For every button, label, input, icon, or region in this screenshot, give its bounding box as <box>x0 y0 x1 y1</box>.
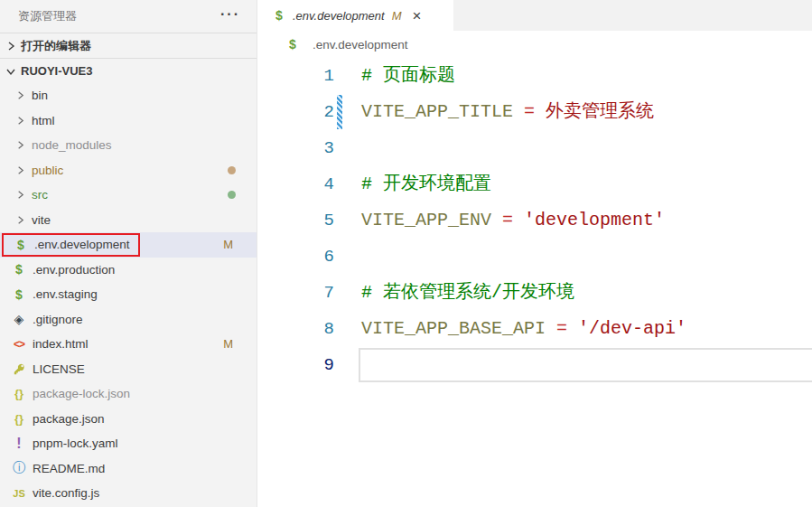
chevron-right-icon <box>13 140 27 150</box>
token-str: '/dev-api' <box>578 318 686 339</box>
tree-item-vite[interactable]: vite <box>0 208 257 233</box>
more-actions-icon[interactable]: ··· <box>220 4 240 25</box>
tree-item-public[interactable]: public <box>0 158 257 183</box>
line-number: 8 <box>257 311 334 347</box>
tree-item-README.md[interactable]: ⓘREADME.md <box>0 456 257 482</box>
file-tree: binhtmlnode_modulespublicsrcvite$.env.de… <box>0 83 257 506</box>
explorer-sidebar: 资源管理器 ··· 打开的编辑器 RUOYI-VUE3 binhtmlnode_… <box>0 0 257 507</box>
file-name-label: .env.production <box>33 263 115 277</box>
tree-item-package.json[interactable]: {}package.json <box>0 407 257 432</box>
chevron-right-icon <box>13 116 27 126</box>
token-op: = <box>491 210 524 230</box>
code-line-9[interactable]: 9 <box>257 347 812 383</box>
tab-bar: $ .env.development M × <box>257 0 812 31</box>
project-root-section-header[interactable]: RUOYI-VUE3 <box>0 58 257 83</box>
folder-name-label: public <box>32 164 63 177</box>
key-icon <box>11 363 27 375</box>
line-number: 9 <box>257 347 334 383</box>
token-op: = <box>513 101 546 122</box>
token-comment: # 页面标题 <box>361 65 455 86</box>
folder-name-label: src <box>32 188 48 202</box>
modified-line-gutter-marker <box>337 95 342 129</box>
tab-label: .env.development <box>293 9 385 23</box>
line-number: 3 <box>257 130 334 166</box>
breadcrumb-item-filename[interactable]: .env.development <box>313 38 408 52</box>
tree-item-LICENSE[interactable]: LICENSE <box>0 357 257 382</box>
vscode-window: 资源管理器 ··· 打开的编辑器 RUOYI-VUE3 binhtmlnode_… <box>0 0 812 507</box>
close-icon[interactable]: × <box>413 8 422 23</box>
project-root-label: RUOYI-VUE3 <box>21 64 92 78</box>
open-editors-section-header[interactable]: 打开的编辑器 <box>0 33 257 58</box>
added-dot-badge <box>228 191 236 199</box>
red-annotation-box: $.env.development <box>2 233 140 257</box>
token-op: = <box>546 318 578 339</box>
code-text: # 若依管理系统/开发环境 <box>361 275 574 311</box>
dollar-icon: $ <box>271 8 287 23</box>
line-number: 4 <box>257 166 334 202</box>
chevron-right-icon <box>13 190 27 200</box>
dollar-icon: $ <box>11 287 27 302</box>
tree-item-.env.production[interactable]: $.env.production <box>0 258 257 283</box>
current-line-highlight <box>359 348 812 382</box>
folder-name-label: html <box>32 114 55 127</box>
file-name-label: package.json <box>33 412 105 426</box>
line-number: 1 <box>257 58 334 94</box>
dollar-icon: $ <box>13 238 29 252</box>
exclaim-icon: ! <box>11 436 27 452</box>
html-icon: <> <box>11 338 27 351</box>
tree-item-node_modules[interactable]: node_modules <box>0 133 257 158</box>
tree-item-.gitignore[interactable]: ◈.gitignore <box>0 307 257 333</box>
chevron-down-icon <box>5 66 17 77</box>
tree-item-package-lock.json[interactable]: {}package-lock.json <box>0 381 257 407</box>
token-key: VITE_APP_TITLE <box>361 101 513 122</box>
tree-item-.env.staging[interactable]: $.env.staging <box>0 282 257 307</box>
tree-item-pnpm-lock.yaml[interactable]: !pnpm-lock.yaml <box>0 431 257 456</box>
braces-icon: {} <box>11 412 27 426</box>
code-line-5[interactable]: 5VITE_APP_ENV = 'development' <box>257 202 812 239</box>
chevron-right-icon <box>13 90 27 100</box>
code-line-4[interactable]: 4# 开发环境配置 <box>257 166 812 202</box>
chevron-right-icon <box>5 41 17 52</box>
code-text: # 开发环境配置 <box>361 166 491 202</box>
tree-item-index.html[interactable]: <>index.htmlM <box>0 332 257 357</box>
editor-pane: $ .env.development M × $ .env.developmen… <box>257 0 812 507</box>
tree-item-html[interactable]: html <box>0 108 257 134</box>
code-text: VITE_APP_BASE_API = '/dev-api' <box>361 311 686 347</box>
tree-item-bin[interactable]: bin <box>0 83 257 108</box>
code-text: # 页面标题 <box>361 58 455 94</box>
code-area[interactable]: 1# 页面标题2VITE_APP_TITLE = 外卖管理系统34# 开发环境配… <box>257 58 812 383</box>
explorer-header: 资源管理器 ··· <box>0 0 257 33</box>
breadcrumb: $ .env.development <box>257 31 812 58</box>
modified-badge: M <box>223 337 233 351</box>
tab-modified-badge: M <box>392 9 402 23</box>
token-comment: # 若依管理系统/开发环境 <box>361 282 574 303</box>
token-key: VITE_APP_ENV <box>361 210 491 230</box>
code-line-7[interactable]: 7# 若依管理系统/开发环境 <box>257 275 812 311</box>
code-line-1[interactable]: 1# 页面标题 <box>257 58 812 94</box>
info-icon: ⓘ <box>11 460 27 476</box>
folder-name-label: bin <box>32 89 48 102</box>
file-name-label: pnpm-lock.yaml <box>33 437 118 450</box>
dollar-icon: $ <box>285 37 301 52</box>
folder-name-label: vite <box>32 213 51 227</box>
code-line-3[interactable]: 3 <box>257 130 812 166</box>
code-line-8[interactable]: 8VITE_APP_BASE_API = '/dev-api' <box>257 311 812 347</box>
tree-item-.env.development[interactable]: $.env.developmentM <box>0 232 257 258</box>
file-name-label: .env.development <box>34 238 130 251</box>
folder-name-label: node_modules <box>32 138 112 152</box>
code-line-2[interactable]: 2VITE_APP_TITLE = 外卖管理系统 <box>257 94 812 130</box>
line-number: 7 <box>257 275 334 311</box>
file-name-label: LICENSE <box>33 362 85 376</box>
file-name-label: index.html <box>33 337 89 351</box>
tree-item-vite.config.js[interactable]: JSvite.config.js <box>0 481 257 506</box>
explorer-title: 资源管理器 <box>18 8 77 24</box>
tree-item-src[interactable]: src <box>0 183 257 208</box>
code-line-6[interactable]: 6 <box>257 239 812 275</box>
file-name-label: package-lock.json <box>33 387 130 400</box>
tab-env-development[interactable]: $ .env.development M × <box>257 0 453 31</box>
token-str: 'development' <box>524 210 665 230</box>
file-name-label: vite.config.js <box>33 486 99 500</box>
modified-badge: M <box>223 238 233 251</box>
code-text: VITE_APP_ENV = 'development' <box>361 202 665 239</box>
token-comment: # 开发环境配置 <box>361 174 491 194</box>
